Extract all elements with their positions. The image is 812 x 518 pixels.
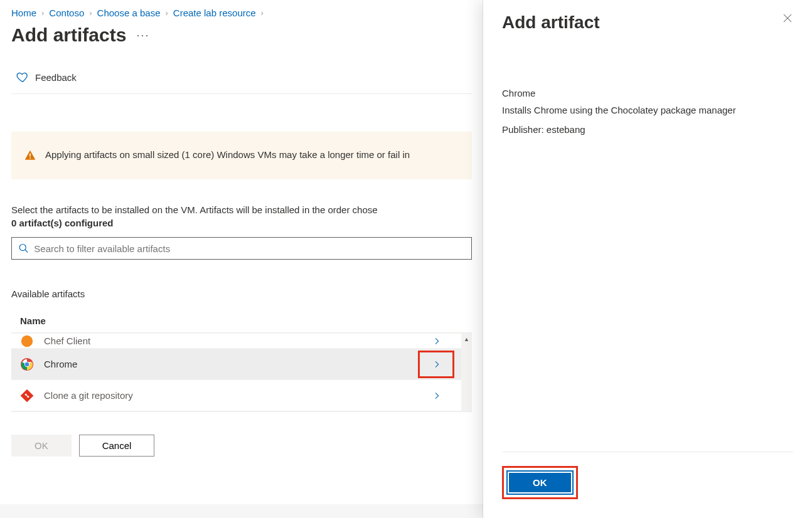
page-title: Add artifacts [11,24,126,46]
highlight-box: OK [502,466,578,499]
search-input[interactable] [11,237,472,260]
scroll-up-icon[interactable]: ▲ [461,334,472,344]
breadcrumb-create-lab-resource[interactable]: Create lab resource [173,8,256,18]
artifact-label: Chrome [44,359,432,369]
feedback-button[interactable]: Feedback [11,46,472,94]
search-icon [18,243,29,254]
close-icon[interactable] [782,13,793,24]
list-item[interactable]: Chrome [11,349,472,380]
chrome-icon [20,357,34,371]
chevron-right-icon: › [89,8,92,18]
search-field[interactable] [34,243,465,254]
configured-count: 0 artifact(s) configured [11,218,472,228]
svg-point-8 [25,362,29,366]
warning-text: Applying artifacts on small sized (1 cor… [45,149,410,160]
svg-line-3 [25,250,28,252]
warning-banner: Applying artifacts on small sized (1 cor… [11,132,472,179]
svg-point-2 [19,244,26,250]
artifact-label: Clone a git repository [44,390,432,401]
breadcrumb-home[interactable]: Home [11,8,36,18]
list-item[interactable]: Clone a git repository [11,380,472,411]
svg-rect-1 [29,157,31,159]
cancel-button[interactable]: Cancel [79,435,155,457]
chevron-right-icon: › [261,8,264,18]
add-artifact-panel: Add artifact Chrome Installs Chrome usin… [483,0,812,518]
chevron-right-icon: › [41,8,44,18]
breadcrumb-contoso[interactable]: Contoso [49,8,84,18]
artifact-publisher: Publisher: estebang [502,124,793,135]
git-icon [20,389,34,403]
chevron-right-icon: › [165,8,168,18]
chevron-right-icon[interactable] [432,336,442,346]
svg-rect-0 [29,154,31,157]
chef-icon [20,334,34,348]
column-header-name[interactable]: Name [11,309,472,333]
panel-ok-button[interactable]: OK [509,473,571,492]
feedback-label: Feedback [35,72,77,83]
ok-button[interactable]: OK [11,435,72,457]
warning-icon [24,149,36,162]
artifact-description: Installs Chrome using the Chocolatey pac… [502,105,793,115]
heart-icon [16,71,29,83]
chevron-right-icon[interactable] [432,359,442,369]
instruction-text: Select the artifacts to be installed on … [11,204,472,215]
scrollbar[interactable]: ▲ [461,334,472,411]
artifact-name: Chrome [502,88,793,98]
list-item[interactable]: Chef Client [11,334,472,349]
available-artifacts-label: Available artifacts [11,288,472,299]
breadcrumb-choose-base[interactable]: Choose a base [97,8,161,18]
breadcrumb: Home › Contoso › Choose a base › Create … [11,8,472,24]
chevron-right-icon[interactable] [432,391,442,401]
more-options-icon[interactable]: ··· [136,29,149,42]
svg-point-4 [21,335,33,346]
footer-bar [0,504,483,518]
panel-title: Add artifact [502,13,600,33]
artifact-label: Chef Client [44,336,432,346]
